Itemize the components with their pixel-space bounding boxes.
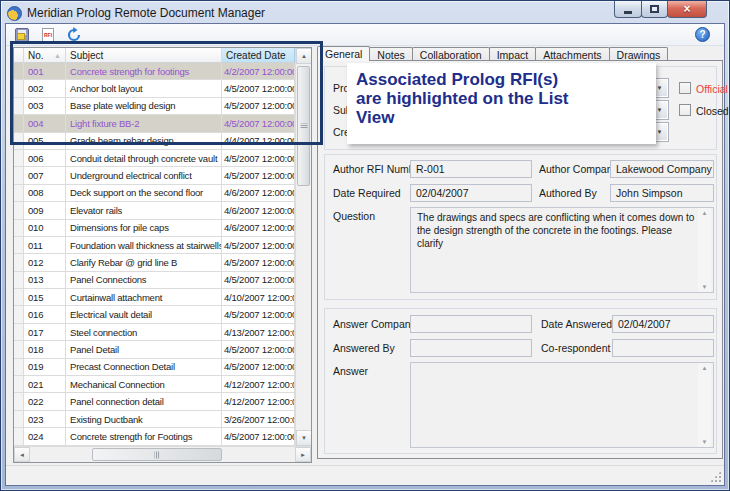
table-row[interactable]: 003Base plate welding design4/5/2007 12:… <box>14 98 295 115</box>
table-row[interactable]: 001Concrete strength for footings4/2/200… <box>14 63 295 80</box>
table-row[interactable]: 010Dimensions for pile caps4/6/2007 12:0… <box>14 220 295 237</box>
co-respondent-field[interactable] <box>612 339 714 357</box>
table-row[interactable]: 012Clarify Rebar @ grid line B4/5/2007 1… <box>14 254 295 271</box>
cell-no: 005 <box>24 133 66 150</box>
table-row[interactable]: 006Conduit detail through concrete vault… <box>14 150 295 167</box>
scroll-down-icon[interactable]: ▼ <box>702 439 708 445</box>
table-row[interactable]: 013Panel Connections4/5/2007 12:00:00 <box>14 272 295 289</box>
cell-date: 4/5/2007 12:00:00 <box>222 341 295 358</box>
tab-notes[interactable]: Notes <box>369 47 412 61</box>
tab-collaboration[interactable]: Collaboration <box>412 47 490 61</box>
cell-date: 4/5/2007 12:00:00 <box>222 115 295 132</box>
cell-subj: Light fixture BB-2 <box>66 115 222 132</box>
question-scrollbar[interactable]: ▲ ▼ <box>698 208 711 292</box>
maximize-button[interactable] <box>641 1 668 18</box>
answer-company-field[interactable] <box>410 315 532 333</box>
answer-scrollbar[interactable]: ▲ ▼ <box>698 363 711 447</box>
table-row[interactable]: 021Mechanical Connection4/12/2007 12:00:… <box>14 376 295 393</box>
cell-subj: Electrical vault detail <box>66 306 222 323</box>
row-selector-cell <box>14 167 24 184</box>
row-selector-cell <box>14 98 24 115</box>
help-icon[interactable]: ? <box>695 27 710 42</box>
tab-impact[interactable]: Impact <box>489 47 537 61</box>
table-row[interactable]: 019Precast Connection Detail4/5/2007 12:… <box>14 359 295 376</box>
column-header-no[interactable]: No. ▲ <box>24 48 66 63</box>
app-icon <box>7 6 22 21</box>
date-required-field[interactable]: 02/04/2007 <box>410 184 532 202</box>
scroll-down-icon[interactable]: ▼ <box>296 430 312 446</box>
answer-company-label: Answer Company <box>333 318 416 330</box>
date-answered-field[interactable]: 02/04/2007 <box>612 315 714 333</box>
table-row[interactable]: 018Panel Detail4/5/2007 12:00:00 <box>14 341 295 358</box>
table-row[interactable]: 004Light fixture BB-24/5/2007 12:00:00 <box>14 115 295 132</box>
table-row[interactable]: 009Elevator rails4/6/2007 12:00:00 <box>14 202 295 219</box>
scroll-up-icon[interactable]: ▲ <box>702 365 708 371</box>
tab-drawings[interactable]: Drawings <box>609 47 669 61</box>
table-row[interactable]: 023Existing Ductbank3/26/2007 12:00:0 <box>14 411 295 428</box>
save-icon <box>15 28 29 42</box>
answer-label: Answer <box>333 365 368 377</box>
cell-subj: Foundation wall thickness at stairwells <box>66 237 222 254</box>
horizontal-scroll-thumb[interactable] <box>92 448 222 461</box>
horizontal-scrollbar[interactable]: ◄ ► <box>14 446 311 462</box>
row-selector-cell <box>14 220 24 237</box>
table-row[interactable]: 024Concrete strength for Footings4/5/200… <box>14 428 295 445</box>
scroll-left-icon[interactable]: ◄ <box>14 447 30 462</box>
scroll-up-icon[interactable]: ▲ <box>702 210 708 216</box>
answer-textarea[interactable] <box>410 362 714 448</box>
rfi-document-button[interactable]: RFI <box>39 26 57 44</box>
table-row[interactable]: 005Grade beam rebar design4/4/2007 12:00… <box>14 133 295 150</box>
cell-no: 018 <box>24 341 66 358</box>
tab-strip: GeneralNotesCollaborationImpactAttachmen… <box>317 46 667 61</box>
cell-no: 012 <box>24 254 66 271</box>
table-row[interactable]: 011Foundation wall thickness at stairwel… <box>14 237 295 254</box>
question-textarea[interactable]: The drawings and specs are conflicting w… <box>410 207 714 293</box>
close-button[interactable]: × <box>667 1 707 18</box>
row-selector-cell <box>14 411 24 428</box>
column-header-created-date[interactable]: Created Date <box>222 48 295 63</box>
cell-date: 4/5/2007 12:00:00 <box>222 150 295 167</box>
cell-no: 023 <box>24 411 66 428</box>
table-row[interactable]: 002Anchor bolt layout4/5/2007 12:00:00 <box>14 80 295 97</box>
table-row[interactable]: 022Panel connection detail4/12/2007 12:0… <box>14 393 295 410</box>
cell-date: 4/5/2007 12:00:00 <box>222 167 295 184</box>
refresh-button[interactable] <box>65 26 83 44</box>
cell-no: 001 <box>24 63 66 80</box>
cell-subj: Conduit detail through concrete vault <box>66 150 222 167</box>
answered-by-field[interactable] <box>410 339 532 357</box>
table-row[interactable]: 017Steel connection4/13/2007 12:00:0 <box>14 324 295 341</box>
vertical-scroll-thumb[interactable] <box>297 66 310 186</box>
tab-general[interactable]: General <box>317 46 370 61</box>
author-company-field[interactable]: Lakewood Company <box>610 160 714 178</box>
row-selector-cell <box>14 324 24 341</box>
toolbar: RFI ? <box>6 24 724 46</box>
save-button[interactable] <box>13 26 31 44</box>
table-row[interactable]: 015Curtainwall attachment4/10/2007 12:00… <box>14 289 295 306</box>
table-row[interactable]: 007Underground electrical conflict4/5/20… <box>14 167 295 184</box>
scroll-right-icon[interactable]: ► <box>295 447 311 462</box>
cell-no: 004 <box>24 115 66 132</box>
cell-no: 003 <box>24 98 66 115</box>
table-row[interactable]: 016Electrical vault detail4/5/2007 12:00… <box>14 306 295 323</box>
vertical-scrollbar[interactable]: ▲ ▼ <box>295 48 311 446</box>
closed-checkbox[interactable] <box>679 104 691 116</box>
tab-attachments[interactable]: Attachments <box>535 47 609 61</box>
row-header-column <box>14 48 24 63</box>
scroll-up-icon[interactable]: ▲ <box>296 48 312 64</box>
annotation-callout: Associated Prolog RFI(s)are highlighted … <box>347 63 656 144</box>
authored-by-field[interactable]: John Simpson <box>610 184 714 202</box>
scroll-down-icon[interactable]: ▼ <box>702 284 708 290</box>
closed-checkbox-label: Closed <box>696 105 729 117</box>
cell-subj: Panel connection detail <box>66 393 222 410</box>
annotation-callout-text: Associated Prolog RFI(s) <box>356 70 647 89</box>
cell-no: 022 <box>24 393 66 410</box>
resize-grip[interactable] <box>710 471 721 482</box>
official-checkbox[interactable] <box>679 82 691 94</box>
author-rfi-number-field[interactable]: R-001 <box>410 160 532 178</box>
column-header-subject[interactable]: Subject <box>66 48 222 63</box>
cell-no: 015 <box>24 289 66 306</box>
table-row[interactable]: 008Deck support on the second floor4/6/2… <box>14 185 295 202</box>
minimize-button[interactable] <box>614 1 642 18</box>
cell-subj: Clarify Rebar @ grid line B <box>66 254 222 271</box>
cell-no: 024 <box>24 428 66 445</box>
